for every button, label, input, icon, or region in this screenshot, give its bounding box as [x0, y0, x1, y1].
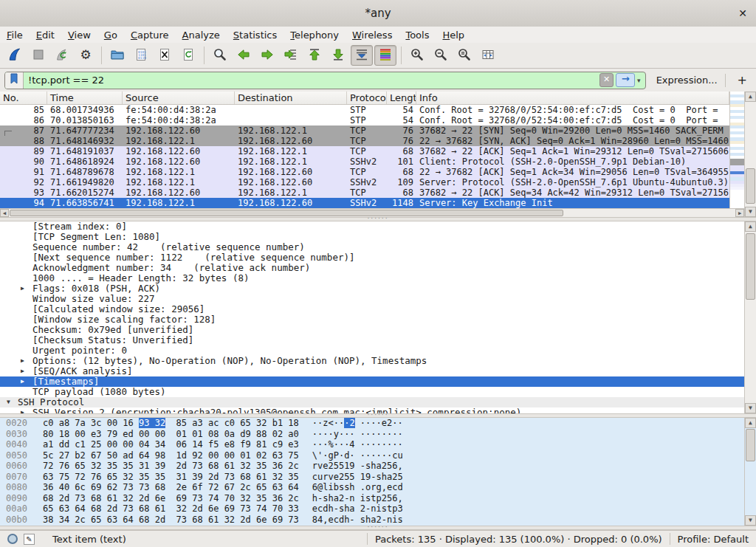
tree-item[interactable]: Sequence number: 42 (relative sequence n…: [0, 242, 744, 252]
packet-row-86[interactable]: 8670.013850163fe:54:00:d4:38:2aSTP54Conf…: [0, 115, 729, 125]
scroll-up-icon[interactable]: ▲: [745, 418, 756, 428]
hex-row-0090[interactable]: 009068 2d 73 68 61 32 2d 6e 69 73 74 70 …: [0, 493, 756, 504]
start-capture-button[interactable]: [4, 45, 26, 66]
scroll-right-icon[interactable]: ▶: [735, 209, 744, 217]
tree-item[interactable]: TCP payload (1080 bytes): [0, 387, 744, 397]
filter-apply-button[interactable]: →: [616, 73, 635, 87]
go-bottom-button[interactable]: [327, 45, 349, 66]
tree-item[interactable]: Window size value: 227: [0, 294, 744, 304]
resize-columns-button[interactable]: [477, 45, 499, 66]
tree-item[interactable]: 1000 .... = Header Length: 32 bytes (8): [0, 273, 744, 283]
tree-item[interactable]: ▶[Timestamps]: [0, 376, 744, 387]
expand-icon[interactable]: ▶: [21, 407, 24, 413]
hex-row-0040[interactable]: 0040a1 dd c1 25 00 00 04 34 06 14 f5 e8 …: [0, 439, 756, 450]
go-top-button[interactable]: [303, 45, 326, 66]
tree-item[interactable]: [Window size scaling factor: 128]: [0, 314, 744, 325]
menu-statistics[interactable]: Statistics: [227, 28, 284, 42]
column-header-source[interactable]: Source: [123, 92, 235, 104]
restart-capture-button[interactable]: [51, 45, 73, 66]
expand-icon[interactable]: ▶: [21, 366, 24, 376]
tree-item[interactable]: ▼SSH Protocol: [0, 397, 744, 407]
menu-help[interactable]: Help: [436, 28, 471, 42]
column-header-no[interactable]: No.: [0, 92, 47, 104]
tree-item[interactable]: Acknowledgment number: 34 (relative ack …: [0, 263, 744, 273]
packet-row-90[interactable]: 9071.648618924192.168.122.60192.168.122.…: [0, 156, 729, 167]
tree-item[interactable]: [TCP Segment Len: 1080]: [0, 232, 744, 242]
zoom-original-button[interactable]: [453, 45, 475, 66]
go-forward-button[interactable]: [256, 45, 278, 66]
filter-clear-button[interactable]: ✕: [599, 73, 614, 87]
column-header-protocol[interactable]: Protocol: [347, 92, 387, 104]
close-file-button[interactable]: [154, 45, 176, 66]
tree-item[interactable]: [Checksum Status: Unverified]: [0, 335, 744, 345]
scroll-up-icon[interactable]: ▲: [745, 221, 756, 232]
tree-item[interactable]: [Next sequence number: 1122 (relative se…: [0, 252, 744, 263]
add-filter-button[interactable]: +: [733, 73, 752, 87]
scroll-down-icon[interactable]: ▼: [745, 403, 756, 413]
bytes-vscrollbar[interactable]: ▲ ▼: [744, 418, 756, 526]
profile-text[interactable]: Profile: Default: [678, 534, 749, 545]
tree-item[interactable]: ▶Flags: 0x018 (PSH, ACK): [0, 283, 744, 294]
display-filter-box[interactable]: ✕ → ▾: [4, 72, 646, 89]
menu-file[interactable]: File: [0, 28, 30, 42]
display-filter-input[interactable]: [24, 72, 599, 89]
expert-info-icon[interactable]: [7, 534, 18, 544]
save-file-button[interactable]: 010111010110: [130, 45, 152, 66]
scroll-down-icon[interactable]: ▼: [745, 515, 756, 526]
capture-options-button[interactable]: ⚙: [75, 45, 97, 66]
capture-comment-icon[interactable]: ✎: [24, 534, 35, 545]
expand-icon[interactable]: ▶: [21, 376, 24, 387]
hex-row-0060[interactable]: 006072 76 65 32 35 35 31 39 2d 73 68 61 …: [0, 461, 756, 472]
tree-item[interactable]: Checksum: 0x79ed [unverified]: [0, 325, 744, 335]
column-header-info[interactable]: Info: [416, 92, 729, 104]
hex-row-0080[interactable]: 008036 40 6c 69 62 73 73 68 2e 6f 72 67 …: [0, 482, 756, 493]
zoom-in-button[interactable]: [406, 45, 428, 66]
column-header-destination[interactable]: Destination: [235, 92, 347, 104]
expand-icon[interactable]: ▶: [21, 283, 24, 294]
tree-item[interactable]: [Stream index: 0]: [0, 221, 744, 232]
go-to-packet-button[interactable]: [280, 45, 302, 66]
packet-list-vscrollbar[interactable]: ▲ ▼: [744, 92, 756, 217]
scrollbar-thumb[interactable]: [746, 233, 755, 300]
scroll-down-icon[interactable]: ▼: [745, 207, 756, 217]
hex-row-00a0[interactable]: 00a065 63 64 68 2d 73 68 61 32 2d 6e 69 …: [0, 503, 756, 515]
intelligent-scrollbar-minimap[interactable]: [729, 92, 744, 208]
hex-row-0050[interactable]: 00505c 27 b2 67 50 ad 64 98 1d 92 00 00 …: [0, 450, 756, 461]
scroll-up-icon[interactable]: ▲: [745, 92, 756, 102]
expand-icon[interactable]: ▶: [21, 356, 24, 366]
tree-item[interactable]: [Calculated window size: 29056]: [0, 304, 744, 314]
scrollbar-thumb[interactable]: [746, 168, 755, 204]
packet-row-88[interactable]: 8871.648146932192.168.122.1192.168.122.6…: [0, 136, 729, 146]
column-header-length[interactable]: Length: [387, 92, 416, 104]
menu-telephony[interactable]: Telephony: [284, 28, 346, 42]
packet-row-94[interactable]: 9471.663856741192.168.122.1192.168.122.6…: [0, 198, 729, 208]
tree-item[interactable]: ▶Options: (12 bytes), No-Operation (NOP)…: [0, 356, 744, 366]
tree-item[interactable]: ▶[SEQ/ACK analysis]: [0, 366, 744, 376]
filter-bookmark-button[interactable]: [5, 72, 24, 89]
find-packet-button[interactable]: [209, 45, 231, 66]
open-file-button[interactable]: [106, 45, 128, 66]
menu-tools[interactable]: Tools: [399, 28, 436, 42]
colorize-packets-button[interactable]: [374, 45, 396, 66]
reload-file-button[interactable]: [177, 45, 199, 66]
filter-dropdown-caret[interactable]: ▾: [637, 77, 641, 84]
expression-button[interactable]: Expression...: [656, 75, 718, 86]
packet-row-91[interactable]: 9171.648789678192.168.122.1192.168.122.6…: [0, 167, 729, 177]
scrollbar-thumb[interactable]: [10, 210, 563, 216]
packet-row-89[interactable]: 8971.648191037192.168.122.60192.168.122.…: [0, 146, 729, 156]
menu-edit[interactable]: Edit: [30, 28, 61, 42]
packet-row-92[interactable]: 9271.661949820192.168.122.1192.168.122.6…: [0, 177, 729, 188]
scrollbar-thumb[interactable]: [746, 429, 755, 461]
hex-row-0030[interactable]: 003080 18 00 e3 79 ed 00 00 01 01 08 0a …: [0, 429, 756, 440]
title-bar[interactable]: *any ✕: [0, 0, 756, 27]
packet-row-85[interactable]: 8568.001734936fe:54:00:d4:38:2aSTP54Conf…: [0, 105, 729, 115]
packet-row-93[interactable]: 9371.662015274192.168.122.60192.168.122.…: [0, 188, 729, 198]
go-back-button[interactable]: [233, 45, 255, 66]
menu-view[interactable]: View: [61, 28, 97, 42]
menu-wireless[interactable]: Wireless: [346, 28, 399, 42]
collapse-icon[interactable]: ▼: [7, 397, 10, 407]
details-vscrollbar[interactable]: ▲ ▼: [744, 221, 756, 413]
close-window-button[interactable]: ✕: [735, 6, 750, 21]
column-header-time[interactable]: Time: [47, 92, 123, 104]
tree-item[interactable]: Urgent pointer: 0: [0, 345, 744, 356]
